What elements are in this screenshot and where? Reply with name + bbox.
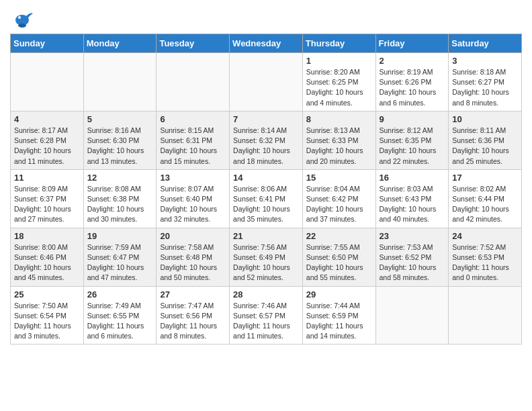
svg-point-2 (18, 24, 26, 28)
day-number: 14 (233, 173, 299, 183)
day-cell: 1Sunrise: 8:20 AM Sunset: 6:25 PM Daylig… (302, 53, 375, 111)
day-cell: 16Sunrise: 8:03 AM Sunset: 6:43 PM Dayli… (375, 169, 449, 228)
header (10, 7, 522, 31)
day-number: 26 (87, 289, 153, 300)
day-cell: 9Sunrise: 8:12 AM Sunset: 6:35 PM Daylig… (375, 111, 449, 169)
day-cell: 28Sunrise: 7:46 AM Sunset: 6:57 PM Dayli… (230, 286, 303, 345)
day-info: Sunrise: 7:59 AM Sunset: 6:47 PM Dayligh… (87, 242, 153, 283)
day-info: Sunrise: 7:49 AM Sunset: 6:55 PM Dayligh… (87, 301, 153, 342)
weekday-header-monday: Monday (83, 34, 157, 53)
day-cell (375, 286, 449, 345)
weekday-header-sunday: Sunday (11, 34, 84, 53)
day-cell: 12Sunrise: 8:08 AM Sunset: 6:38 PM Dayli… (83, 169, 157, 228)
day-number: 23 (380, 231, 445, 241)
day-cell: 27Sunrise: 7:47 AM Sunset: 6:56 PM Dayli… (157, 286, 230, 345)
day-cell: 25Sunrise: 7:50 AM Sunset: 6:54 PM Dayli… (11, 286, 84, 345)
day-number: 16 (380, 173, 445, 183)
day-cell (157, 53, 230, 111)
weekday-header-friday: Friday (375, 34, 449, 53)
calendar-table: SundayMondayTuesdayWednesdayThursdayFrid… (10, 34, 522, 345)
day-info: Sunrise: 7:58 AM Sunset: 6:48 PM Dayligh… (160, 242, 226, 283)
day-cell: 3Sunrise: 8:18 AM Sunset: 6:27 PM Daylig… (449, 53, 522, 111)
day-cell: 14Sunrise: 8:06 AM Sunset: 6:41 PM Dayli… (230, 169, 303, 228)
day-info: Sunrise: 8:00 AM Sunset: 6:46 PM Dayligh… (14, 242, 80, 283)
day-cell (83, 53, 157, 111)
day-info: Sunrise: 8:07 AM Sunset: 6:40 PM Dayligh… (160, 184, 226, 225)
weekday-header-row: SundayMondayTuesdayWednesdayThursdayFrid… (11, 34, 522, 53)
day-number: 25 (14, 289, 80, 300)
day-number: 22 (306, 231, 372, 241)
day-cell: 6Sunrise: 8:15 AM Sunset: 6:31 PM Daylig… (157, 111, 230, 169)
day-cell: 7Sunrise: 8:14 AM Sunset: 6:32 PM Daylig… (230, 111, 303, 169)
day-cell: 5Sunrise: 8:16 AM Sunset: 6:30 PM Daylig… (83, 111, 157, 169)
day-cell: 18Sunrise: 8:00 AM Sunset: 6:46 PM Dayli… (11, 228, 84, 286)
day-number: 9 (380, 114, 445, 124)
day-number: 17 (452, 173, 518, 183)
day-number: 24 (452, 231, 518, 241)
day-cell: 11Sunrise: 8:09 AM Sunset: 6:37 PM Dayli… (11, 169, 84, 228)
day-info: Sunrise: 8:16 AM Sunset: 6:30 PM Dayligh… (87, 126, 153, 167)
day-cell (449, 286, 522, 345)
day-number: 4 (14, 114, 80, 124)
day-info: Sunrise: 7:52 AM Sunset: 6:53 PM Dayligh… (452, 242, 518, 283)
day-info: Sunrise: 7:44 AM Sunset: 6:59 PM Dayligh… (306, 301, 372, 342)
svg-point-1 (18, 16, 21, 19)
day-number: 11 (14, 173, 80, 183)
day-cell: 19Sunrise: 7:59 AM Sunset: 6:47 PM Dayli… (83, 228, 157, 286)
day-cell: 21Sunrise: 7:56 AM Sunset: 6:49 PM Dayli… (230, 228, 303, 286)
day-number: 29 (306, 289, 372, 300)
day-number: 10 (452, 114, 518, 124)
day-number: 7 (233, 114, 299, 124)
day-cell: 20Sunrise: 7:58 AM Sunset: 6:48 PM Dayli… (157, 228, 230, 286)
day-cell: 10Sunrise: 8:11 AM Sunset: 6:36 PM Dayli… (449, 111, 522, 169)
day-info: Sunrise: 8:17 AM Sunset: 6:28 PM Dayligh… (14, 126, 80, 167)
day-info: Sunrise: 8:19 AM Sunset: 6:26 PM Dayligh… (380, 67, 445, 108)
day-cell (230, 53, 303, 111)
day-info: Sunrise: 7:56 AM Sunset: 6:49 PM Dayligh… (233, 242, 299, 283)
weekday-header-wednesday: Wednesday (230, 34, 303, 53)
day-number: 13 (160, 173, 226, 183)
day-info: Sunrise: 8:11 AM Sunset: 6:36 PM Dayligh… (452, 126, 518, 167)
day-info: Sunrise: 7:47 AM Sunset: 6:56 PM Dayligh… (160, 301, 226, 342)
day-info: Sunrise: 8:12 AM Sunset: 6:35 PM Dayligh… (380, 126, 445, 167)
day-number: 27 (160, 289, 226, 300)
day-info: Sunrise: 8:08 AM Sunset: 6:38 PM Dayligh… (87, 184, 153, 225)
day-number: 8 (306, 114, 372, 124)
day-number: 2 (380, 56, 445, 66)
logo (10, 7, 37, 31)
day-info: Sunrise: 8:03 AM Sunset: 6:43 PM Dayligh… (380, 184, 445, 225)
day-number: 3 (452, 56, 518, 66)
weekday-header-tuesday: Tuesday (157, 34, 230, 53)
page: SundayMondayTuesdayWednesdayThursdayFrid… (0, 0, 532, 351)
day-info: Sunrise: 8:13 AM Sunset: 6:33 PM Dayligh… (306, 126, 372, 167)
week-row-4: 18Sunrise: 8:00 AM Sunset: 6:46 PM Dayli… (11, 228, 522, 286)
day-cell: 22Sunrise: 7:55 AM Sunset: 6:50 PM Dayli… (302, 228, 375, 286)
day-cell: 8Sunrise: 8:13 AM Sunset: 6:33 PM Daylig… (302, 111, 375, 169)
day-cell: 15Sunrise: 8:04 AM Sunset: 6:42 PM Dayli… (302, 169, 375, 228)
day-info: Sunrise: 7:55 AM Sunset: 6:50 PM Dayligh… (306, 242, 372, 283)
day-cell: 24Sunrise: 7:52 AM Sunset: 6:53 PM Dayli… (449, 228, 522, 286)
day-number: 28 (233, 289, 299, 300)
day-info: Sunrise: 7:50 AM Sunset: 6:54 PM Dayligh… (14, 301, 80, 342)
week-row-1: 1Sunrise: 8:20 AM Sunset: 6:25 PM Daylig… (11, 53, 522, 111)
week-row-2: 4Sunrise: 8:17 AM Sunset: 6:28 PM Daylig… (11, 111, 522, 169)
day-cell (11, 53, 84, 111)
day-info: Sunrise: 8:06 AM Sunset: 6:41 PM Dayligh… (233, 184, 299, 225)
day-number: 19 (87, 231, 153, 241)
weekday-header-saturday: Saturday (449, 34, 522, 53)
day-info: Sunrise: 7:46 AM Sunset: 6:57 PM Dayligh… (233, 301, 299, 342)
day-cell: 13Sunrise: 8:07 AM Sunset: 6:40 PM Dayli… (157, 169, 230, 228)
day-cell: 23Sunrise: 7:53 AM Sunset: 6:52 PM Dayli… (375, 228, 449, 286)
day-number: 12 (87, 173, 153, 183)
day-info: Sunrise: 8:15 AM Sunset: 6:31 PM Dayligh… (160, 126, 226, 167)
day-info: Sunrise: 8:14 AM Sunset: 6:32 PM Dayligh… (233, 126, 299, 167)
day-number: 21 (233, 231, 299, 241)
day-cell: 17Sunrise: 8:02 AM Sunset: 6:44 PM Dayli… (449, 169, 522, 228)
day-cell: 26Sunrise: 7:49 AM Sunset: 6:55 PM Dayli… (83, 286, 157, 345)
day-cell: 2Sunrise: 8:19 AM Sunset: 6:26 PM Daylig… (375, 53, 449, 111)
day-info: Sunrise: 8:04 AM Sunset: 6:42 PM Dayligh… (306, 184, 372, 225)
weekday-header-thursday: Thursday (302, 34, 375, 53)
week-row-5: 25Sunrise: 7:50 AM Sunset: 6:54 PM Dayli… (11, 286, 522, 345)
day-number: 1 (306, 56, 372, 66)
week-row-3: 11Sunrise: 8:09 AM Sunset: 6:37 PM Dayli… (11, 169, 522, 228)
